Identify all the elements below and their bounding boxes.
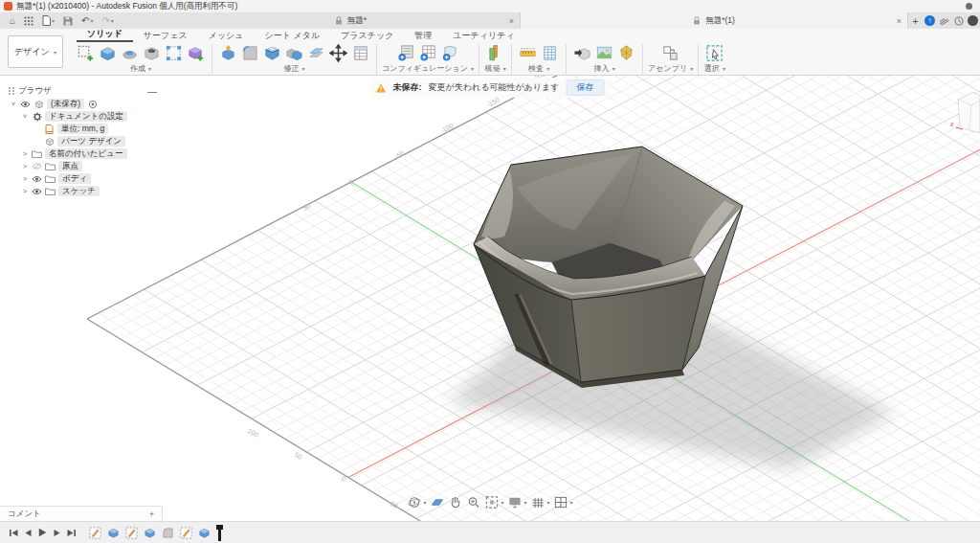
group-label-configuration[interactable]: コンフィギュレーション ▾ [382,63,474,74]
ribbon-tab-surface[interactable]: サーフェス [133,30,198,42]
construct-plane-icon[interactable] [485,43,505,63]
fit-icon[interactable]: ▾ [484,495,503,509]
ribbon-tab-solid[interactable]: ソリッド [77,28,133,42]
browser-row-named-views[interactable]: > 名前の付いたビュー [4,147,163,160]
timeline-feature-sketch[interactable] [179,526,192,539]
drag-handle-icon[interactable] [8,86,15,96]
file-menu-icon[interactable]: ▾ [42,15,55,26]
group-label-create[interactable]: 作成 ▾ [130,63,151,74]
create-form-icon[interactable] [186,43,206,63]
row-label[interactable]: ボディ [58,173,91,184]
browser-header[interactable]: ブラウザ — [4,84,163,98]
skip-to-end-icon[interactable] [65,527,77,538]
ground-icon[interactable] [87,99,98,109]
row-label[interactable]: ドキュメントの設定 [45,111,127,122]
ribbon-tab-sheetmetal[interactable]: シート メタル [255,30,331,42]
document-name[interactable]: (未保存) [47,99,84,109]
change-parameters-icon[interactable] [350,43,370,63]
visibility-off-eye-icon[interactable] [32,161,42,171]
timeline-feature-fillet[interactable] [161,526,174,539]
step-back-icon[interactable] [22,527,33,538]
row-label[interactable]: 単位: mm, g [57,124,108,134]
group-label-inspect[interactable]: 検査 ▾ [528,63,549,74]
browser-collapse-icon[interactable]: — [147,86,157,97]
measure-icon[interactable] [518,43,538,63]
offset-face-icon[interactable] [306,43,326,63]
add-comment-icon[interactable]: + [149,509,154,519]
recent-activity-icon[interactable] [951,12,966,29]
tab-close-icon[interactable]: × [509,16,514,26]
zoom-icon[interactable] [466,495,480,509]
expand-caret-icon[interactable]: > [21,188,29,194]
extrude-icon[interactable] [98,43,118,63]
pattern-icon[interactable] [164,43,184,63]
shell-icon[interactable] [262,43,282,63]
group-label-select[interactable]: 選択 ▾ [704,63,725,74]
job-status-icon[interactable]: ↑ [923,12,937,29]
step-forward-icon[interactable] [51,527,62,538]
press-pull-icon[interactable] [218,43,238,63]
browser-row-units[interactable]: 単位: mm, g [4,123,163,135]
browser-row-origin[interactable]: > 原点 [4,160,163,172]
app-grid-icon[interactable] [24,16,33,26]
document-tab-untitled-1-active[interactable]: 無題*(1) × [521,12,908,29]
grid-settings-icon[interactable]: ▾ [531,495,550,509]
create-sketch-icon[interactable] [76,43,96,63]
display-settings-icon[interactable]: ▾ [507,495,526,509]
play-icon[interactable] [36,527,48,538]
tab-close-icon[interactable]: × [897,16,902,26]
timeline-feature-extrude[interactable] [143,526,156,539]
ribbon-tab-utilities[interactable]: ユーティリティ [442,30,524,42]
group-label-modify[interactable]: 修正 ▾ [283,63,304,74]
combine-icon[interactable] [284,43,304,63]
timeline-feature-extrude[interactable] [197,526,211,539]
expand-caret-icon[interactable]: > [21,150,29,157]
comments-panel[interactable]: コメント + [0,506,163,522]
browser-row-sketches[interactable]: > スケッチ [4,185,163,197]
expand-caret-icon[interactable]: > [21,175,29,182]
save-icon[interactable] [63,16,73,26]
insert-derive-icon[interactable] [572,43,592,63]
browser-row-bodies[interactable]: > ボディ [4,172,163,185]
configure-icon[interactable] [396,43,416,63]
ribbon-tab-plastic[interactable]: プラスチック [330,30,404,42]
canvas-icon[interactable] [594,43,614,63]
redo-icon[interactable]: ↷▾ [101,16,113,26]
configure-features-icon[interactable] [440,43,460,63]
expand-caret-icon[interactable]: ˅ [21,113,29,120]
revolve-icon[interactable] [120,43,140,63]
browser-row-document-settings[interactable]: ˅ ドキュメントの設定 [4,110,163,123]
row-label[interactable]: パーツ デザイン [57,136,125,147]
viewports-icon[interactable]: ▾ [554,495,573,509]
view-cube[interactable]: x [949,92,980,133]
row-label[interactable]: 原点 [58,161,82,171]
connection-status-icon[interactable] [937,12,951,29]
visibility-eye-icon[interactable] [32,173,42,184]
fillet-icon[interactable] [240,43,260,63]
group-label-construct[interactable]: 構築 ▾ [485,63,506,74]
pan-icon[interactable] [448,495,462,509]
group-label-insert[interactable]: 挿入 ▾ [594,63,615,74]
visibility-eye-icon[interactable] [20,99,31,109]
ribbon-tab-mesh[interactable]: メッシュ [198,30,255,42]
insert-mesh-icon[interactable] [616,43,636,63]
move-copy-icon[interactable] [328,43,348,63]
select-icon[interactable] [704,43,724,63]
section-analysis-icon[interactable] [540,43,560,63]
row-label[interactable]: 名前の付いたビュー [45,148,127,159]
group-label-assemble[interactable]: アセンブリ ▾ [648,63,693,74]
expand-caret-icon[interactable]: ˅ [10,101,17,107]
user-avatar[interactable] [966,12,980,29]
titlebar-status-icon[interactable] [966,3,972,10]
visibility-eye-icon[interactable] [32,186,42,196]
home-icon[interactable]: ⌂ [10,16,15,26]
look-at-icon[interactable] [430,495,444,509]
timeline-position-marker[interactable] [216,525,223,541]
workspace-selector-button[interactable]: デザイン ▾ [8,35,63,68]
undo-icon[interactable]: ↶▾ [81,16,93,26]
hole-icon[interactable] [142,43,162,63]
document-tab-untitled[interactable]: 無題* × [182,12,521,29]
new-tab-icon[interactable]: + [908,12,923,29]
save-button[interactable]: 保存 [566,79,604,96]
timeline-feature-sketch[interactable] [124,526,138,539]
